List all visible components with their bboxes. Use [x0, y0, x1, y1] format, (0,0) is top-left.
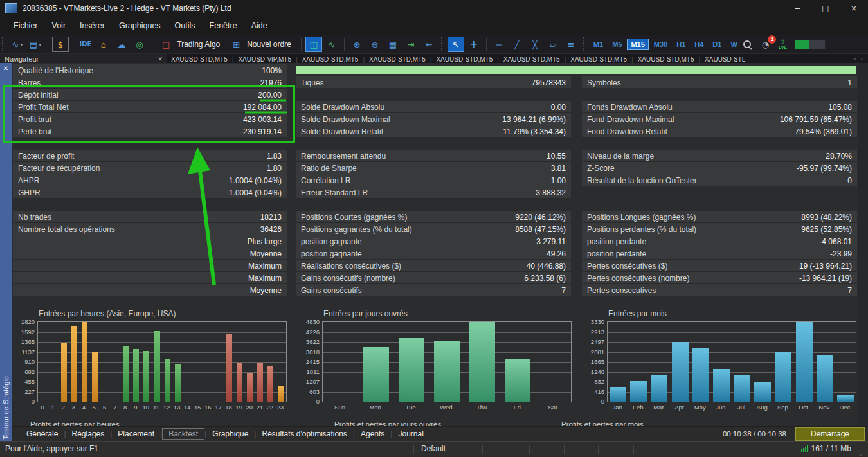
new-order-button[interactable]: ⊞Nouvel ordre	[227, 37, 297, 52]
hline-button[interactable]: ⊸	[491, 37, 507, 52]
menu-item-inserer[interactable]: Insérer	[73, 17, 112, 35]
stat-value: 200.00	[258, 91, 282, 100]
timeframe-d1[interactable]: D1	[709, 39, 725, 50]
tab-scroll-arrows[interactable]: ‹ ›	[854, 56, 864, 62]
cursor-button[interactable]: ↖	[448, 37, 464, 52]
stat-row: Fond Drawdown Maximal106 791.59 (65.47%)	[582, 113, 857, 125]
bar-3	[71, 326, 77, 402]
tile-windows-button[interactable]: ▦	[384, 37, 401, 52]
timeframe-m30[interactable]: M30	[650, 39, 671, 50]
profile-selector[interactable]: Default	[421, 444, 446, 453]
auto-scroll-button[interactable]: ⇤	[420, 37, 437, 52]
tab-backtest[interactable]: Backtest	[162, 428, 204, 440]
tester-tab-bar: Générale|Réglages|Placement|Backtest|Gra…	[12, 426, 868, 441]
navigator-close-icon[interactable]: ✕	[158, 56, 163, 62]
menu-item-outils[interactable]: Outils	[168, 17, 203, 35]
crosshair-button[interactable]: +	[466, 37, 482, 52]
bar-4	[82, 322, 87, 402]
market-button[interactable]: ⌂	[95, 37, 112, 52]
levels-button[interactable]: ⇧LVL	[775, 37, 790, 51]
tab-resultats-d-optimisations[interactable]: Résultats d'optimisations	[256, 428, 352, 440]
resize-grip[interactable]: ⋰	[860, 449, 866, 456]
timeframe-m15[interactable]: M15	[627, 39, 648, 50]
tab-reglages[interactable]: Réglages	[66, 428, 111, 440]
y-tick-label: 0	[298, 398, 320, 405]
vertical-scrollbar[interactable]	[858, 63, 868, 426]
tab-journal[interactable]: Journal	[392, 428, 429, 440]
toolbar-drag-handle[interactable]	[2, 37, 6, 51]
stat-row	[582, 186, 857, 199]
chart-tab[interactable]: XAUUSD-STD,MT5	[171, 56, 228, 63]
menu-item-voir[interactable]: Voir	[45, 17, 73, 35]
timeframe-h1[interactable]: H1	[673, 39, 689, 50]
chart-tab[interactable]: XAUUSD-STD,MT5	[369, 56, 426, 63]
cloud-button[interactable]: ☁	[113, 37, 130, 52]
x-tick-label: 11	[151, 404, 161, 411]
strategy-tester-panel-tab[interactable]: ✕ Testeur de Stratégie	[0, 63, 12, 441]
deposit-button[interactable]: $	[52, 37, 69, 52]
x-tick-label: Nov	[814, 404, 835, 411]
chart-tab[interactable]: XAUUSD-VIP,MT5	[238, 56, 291, 63]
maximize-button[interactable]: □	[811, 0, 840, 17]
signals-button[interactable]: ◎	[131, 37, 148, 52]
minimize-button[interactable]: −	[783, 0, 811, 17]
line-style-button[interactable]: ∿	[323, 37, 340, 52]
stat-row: Z-Score-95.97 (99.74%)	[582, 162, 857, 174]
menu-item-fichier[interactable]: Fichier	[6, 17, 45, 35]
chart-type-button[interactable]: ∿▾	[9, 37, 26, 52]
chart-tab[interactable]: XAUUSD-STL	[705, 56, 745, 63]
bar-11	[154, 331, 160, 402]
x-tick-label: Jun	[710, 404, 731, 411]
chart-tab[interactable]: XAUUSD-STD,MT5	[638, 56, 694, 63]
shift-chart-button[interactable]: ⇥	[402, 37, 419, 52]
zoom-out-button[interactable]: ⊖	[366, 37, 383, 52]
timeframe-h4[interactable]: H4	[691, 39, 707, 50]
x-tick-label: 5	[89, 404, 99, 411]
menu-item-graphiques[interactable]: Graphiques	[112, 17, 168, 35]
stat-value: 8993 (48.22%)	[801, 213, 852, 222]
chevron-down-icon: ▾	[20, 42, 23, 48]
tab-agents[interactable]: Agents	[355, 428, 390, 440]
chart-tab[interactable]: XAUUSD-STD,MT5	[302, 56, 359, 63]
statusbar-divider	[529, 445, 530, 454]
fibo-button[interactable]: ≡	[563, 37, 579, 52]
tab-separator: |	[497, 56, 499, 63]
zoom-in-button[interactable]: ⊕	[348, 37, 365, 52]
menu-item-fenetre[interactable]: Fenêtre	[203, 17, 244, 35]
tab-placement[interactable]: Placement	[112, 428, 160, 440]
chart-tab[interactable]: XAUUSD-STD,MT5	[503, 56, 560, 63]
profiles-button[interactable]: ▤▾	[27, 37, 44, 52]
community-button[interactable]: ◔1	[757, 37, 773, 52]
stat-row: Ratio de Sharpe3.81	[296, 162, 571, 174]
chart-tab[interactable]: XAUUSD-STD,MT5	[436, 56, 493, 63]
stats-column-middle: Tiques79578343Solde Drawdown Absolu0.00S…	[296, 64, 571, 296]
timeframe-w1[interactable]: W1	[727, 39, 737, 50]
search-button[interactable]	[739, 37, 755, 52]
timeframe-m1[interactable]: M1	[590, 39, 607, 50]
tab-graphique[interactable]: Graphique	[206, 428, 254, 440]
y-tick-label: 1365	[13, 338, 35, 345]
x-tick-label: Feb	[628, 404, 648, 411]
panel-close-icon[interactable]: ✕	[0, 65, 12, 72]
bar-2	[61, 343, 67, 402]
x-tick-label: 18	[224, 404, 234, 411]
stat-label: Solde Drawdown Relatif	[301, 127, 503, 136]
y-tick-label: 2913	[583, 328, 604, 336]
stat-label: position perdante	[587, 249, 830, 258]
timeframe-m5[interactable]: M5	[608, 39, 626, 50]
trading-algo-button[interactable]: □Trading Algo	[156, 37, 226, 52]
chart-tab[interactable]: XAUUSD-STD,MT5	[570, 56, 627, 63]
trendline-button[interactable]: ╱	[509, 37, 525, 52]
lines-button[interactable]: ╳	[527, 37, 543, 52]
stat-value: 1.00	[551, 176, 566, 185]
start-button[interactable]: Démarrage	[795, 427, 865, 441]
y-tick-label: 1137	[13, 348, 35, 355]
bar-8	[123, 346, 129, 402]
close-button[interactable]: ×	[840, 0, 868, 17]
ide-button[interactable]: IDE	[77, 37, 94, 52]
shapes-button[interactable]: ▱	[545, 37, 561, 52]
menu-item-aide[interactable]: Aide	[244, 17, 275, 35]
tab-generale[interactable]: Générale	[21, 428, 64, 440]
x-tick-label: 10	[141, 404, 151, 411]
candlestick-button[interactable]: ◫	[305, 37, 322, 52]
